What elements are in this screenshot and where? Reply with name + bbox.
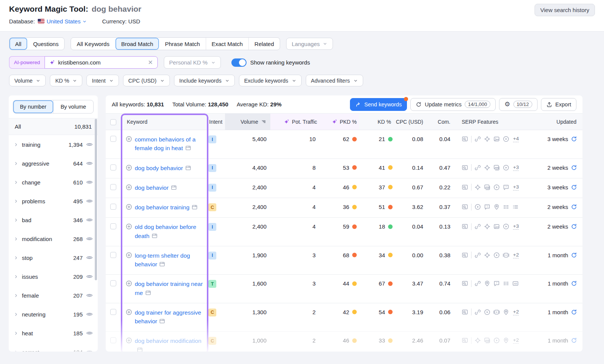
keyword-link[interactable]: long-term shelter dog behavior (135, 251, 203, 270)
keyword-link[interactable]: dog body behavior (135, 164, 191, 173)
row-checkbox[interactable] (110, 184, 116, 190)
column-cpc[interactable]: CPC (USD) (395, 114, 427, 130)
eye-icon[interactable] (86, 235, 93, 242)
refresh-metric-icon[interactable] (571, 309, 577, 315)
serp-more-badge[interactable]: +2 (513, 309, 519, 315)
serp-more-badge[interactable]: +3 (513, 184, 519, 190)
row-checkbox[interactable] (110, 280, 116, 286)
serp-more-badge[interactable]: +3 (513, 223, 519, 230)
database-selector[interactable]: United States (38, 18, 87, 25)
sidebar-group-bad[interactable]: bad 346 (9, 210, 98, 229)
column-updated[interactable]: Updated (528, 114, 582, 130)
serp-preview-icon[interactable] (159, 318, 165, 326)
column-pkd[interactable]: PKD % (319, 114, 359, 130)
show-ranking-keywords-toggle[interactable] (231, 58, 247, 67)
serp-more-badge[interactable]: +2 (513, 337, 519, 344)
filter-kd[interactable]: KD % (50, 75, 82, 86)
settings-button[interactable]: ⚙ 10/12 (499, 98, 538, 111)
eye-icon[interactable] (86, 330, 93, 336)
eye-icon[interactable] (86, 160, 93, 167)
eye-icon[interactable] (86, 198, 93, 204)
eye-icon[interactable] (86, 311, 93, 318)
eye-icon[interactable] (86, 217, 93, 223)
sidebar-all-row[interactable]: All 10,831 (9, 118, 98, 135)
eye-icon[interactable] (86, 292, 93, 299)
row-checkbox[interactable] (110, 164, 116, 170)
serp-more-badge[interactable]: +3 (513, 164, 519, 171)
keyword-link[interactable]: dog behavior modification (135, 336, 203, 352)
refresh-metric-icon[interactable] (571, 337, 577, 344)
add-keyword-icon[interactable] (126, 136, 132, 142)
sidebar-group-issues[interactable]: issues 209 (9, 267, 98, 286)
refresh-metric-icon[interactable] (571, 204, 577, 210)
eye-icon[interactable] (86, 349, 93, 352)
sidebar-scrollbar[interactable] (95, 119, 97, 280)
update-metrics-button[interactable]: Update metrics 14/1,000 (410, 98, 496, 111)
sidebar-tab-by-number[interactable]: By number (13, 100, 53, 113)
row-checkbox[interactable] (110, 309, 116, 315)
add-keyword-icon[interactable] (126, 184, 132, 190)
row-checkbox[interactable] (110, 337, 116, 343)
add-keyword-icon[interactable] (126, 337, 132, 344)
eye-icon[interactable] (86, 179, 93, 186)
sidebar-group-heat[interactable]: heat 185 (9, 324, 98, 342)
filter-intent[interactable]: Intent (86, 75, 119, 86)
serp-preview-icon[interactable] (137, 346, 143, 352)
sidebar-group-neutering[interactable]: neutering 195 (9, 305, 98, 324)
column-volume[interactable]: Volume (225, 114, 270, 130)
refresh-metric-icon[interactable] (571, 164, 577, 171)
refresh-metric-icon[interactable] (571, 184, 577, 190)
add-keyword-icon[interactable] (126, 309, 132, 315)
serp-preview-icon[interactable] (171, 184, 177, 193)
column-pot-traffic[interactable]: Pot. Traffic (270, 114, 319, 130)
keyword-link[interactable]: dog behavior (135, 183, 177, 193)
sidebar-group-problems[interactable]: problems 495 (9, 192, 98, 210)
keyword-link[interactable]: dog trainer for aggressive behavior (135, 308, 203, 327)
row-checkbox[interactable] (110, 223, 116, 229)
filter-advanced-filters[interactable]: Advanced filters (306, 75, 363, 86)
serp-preview-icon[interactable] (185, 164, 191, 173)
add-keyword-icon[interactable] (126, 223, 132, 230)
row-checkbox[interactable] (110, 136, 116, 142)
tab-broad-match[interactable]: Broad Match (115, 38, 159, 50)
keyword-link[interactable]: dog behavior training near me (135, 280, 203, 298)
column-keyword[interactable]: Keyword (121, 114, 208, 130)
add-keyword-icon[interactable] (126, 252, 132, 258)
column-kd[interactable]: KD % (359, 114, 395, 130)
eye-icon[interactable] (86, 273, 93, 280)
keyword-link[interactable]: common behaviors of a female dog in heat (135, 135, 203, 154)
column-com[interactable]: Com. (427, 114, 454, 130)
serp-preview-icon[interactable] (159, 261, 165, 269)
sidebar-group-correct[interactable]: correct 184 (9, 342, 98, 352)
keyword-link[interactable]: old dog behavior before death (135, 223, 203, 241)
row-checkbox[interactable] (110, 204, 116, 210)
serp-preview-icon[interactable] (152, 232, 157, 241)
tab-all[interactable]: All (9, 38, 27, 50)
filter-exclude-keywords[interactable]: Exclude keywords (239, 75, 302, 86)
send-keywords-button[interactable]: Send keywords (350, 98, 407, 111)
column-intent[interactable]: Intent (208, 114, 225, 130)
tab-exact-match[interactable]: Exact Match (206, 38, 249, 50)
column-serp-features[interactable]: SERP Features (454, 114, 528, 130)
filter-volume[interactable]: Volume (9, 75, 46, 86)
tab-questions[interactable]: Questions (27, 38, 65, 50)
filter-include-keywords[interactable]: Include keywords (174, 75, 235, 86)
keyword-link[interactable]: dog behavior training (135, 203, 197, 212)
personal-kd-dropdown[interactable]: Personal KD % (164, 56, 221, 69)
row-checkbox[interactable] (110, 252, 116, 258)
sidebar-group-change[interactable]: change 610 (9, 173, 98, 192)
refresh-metric-icon[interactable] (571, 136, 577, 142)
sidebar-group-stop[interactable]: stop 247 (9, 248, 98, 267)
refresh-metric-icon[interactable] (571, 252, 577, 258)
refresh-metric-icon[interactable] (571, 223, 577, 230)
search-input[interactable] (58, 59, 145, 66)
eye-icon[interactable] (86, 141, 93, 148)
sidebar-group-training[interactable]: training 1,394 (9, 135, 98, 154)
sidebar-group-female[interactable]: female 207 (9, 286, 98, 305)
serp-preview-icon[interactable] (185, 144, 191, 153)
serp-more-badge[interactable]: +4 (513, 136, 519, 142)
tab-all-keywords[interactable]: All Keywords (71, 38, 115, 50)
serp-more-badge[interactable]: +2 (513, 252, 519, 258)
export-button[interactable]: Export (541, 98, 576, 111)
sidebar-tab-by-volume[interactable]: By volume (53, 100, 94, 113)
